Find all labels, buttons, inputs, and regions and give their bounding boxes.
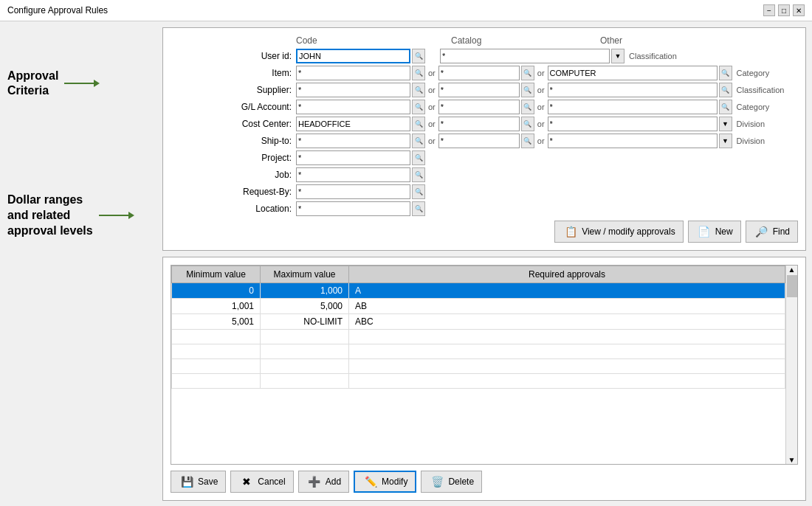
find-label: Find xyxy=(773,226,790,237)
shipto-code-input[interactable] xyxy=(296,134,410,148)
row1-max: 1,000 xyxy=(261,283,349,299)
requestby-code-search[interactable]: 🔍 xyxy=(412,184,425,199)
requestby-label: Request-By: xyxy=(171,187,296,197)
costcenter-catalog-search[interactable]: 🔍 xyxy=(521,117,534,131)
view-modify-btn[interactable]: 📋 View / modify approvals xyxy=(554,221,684,243)
costcenter-row: Cost Center: 🔍 or 🔍 or ▼ Division xyxy=(171,117,798,131)
glaccount-or2: or xyxy=(537,103,545,111)
delete-btn[interactable]: 🗑️ Delete xyxy=(421,471,482,493)
scroll-up-btn[interactable]: ▲ xyxy=(788,266,796,274)
save-icon: 💾 xyxy=(179,474,195,490)
glaccount-label: G/L Account: xyxy=(171,102,296,112)
item-other-search[interactable]: 🔍 xyxy=(719,66,732,80)
item-catalog-search[interactable]: 🔍 xyxy=(521,66,534,80)
costcenter-or: or xyxy=(428,119,436,128)
criteria-panel: Code Catalog Other User id: 🔍 ▼ Classifi… xyxy=(162,27,806,251)
main-content: Code Catalog Other User id: 🔍 ▼ Classifi… xyxy=(162,21,812,506)
table-row-empty xyxy=(172,330,785,344)
job-code-search[interactable]: 🔍 xyxy=(412,167,425,182)
table-row[interactable]: 1,001 5,000 AB xyxy=(172,299,785,314)
modify-label: Modify xyxy=(382,476,407,487)
glaccount-code-search[interactable]: 🔍 xyxy=(412,100,425,114)
userid-code-search[interactable]: 🔍 xyxy=(412,49,425,63)
requestby-code-input[interactable] xyxy=(296,184,410,199)
item-code-input[interactable] xyxy=(296,66,410,80)
location-code-search[interactable]: 🔍 xyxy=(412,201,425,216)
add-label: Add xyxy=(326,476,341,487)
glaccount-catalog-input[interactable] xyxy=(438,100,520,114)
view-modify-icon: 📋 xyxy=(562,223,579,240)
supplier-other-search[interactable]: 🔍 xyxy=(719,83,732,97)
row3-approvals: ABC xyxy=(349,314,785,330)
scrollbar[interactable]: ▲ ▼ xyxy=(785,266,797,464)
location-code-group: 🔍 xyxy=(296,201,425,216)
project-code-search[interactable]: 🔍 xyxy=(412,150,425,165)
project-row: Project: 🔍 xyxy=(171,150,798,165)
supplier-other-label: Classification xyxy=(737,86,785,94)
glaccount-catalog-search[interactable]: 🔍 xyxy=(521,100,534,114)
restore-btn[interactable]: □ xyxy=(778,4,790,16)
code-header: Code xyxy=(296,35,429,46)
cancel-btn[interactable]: ✖ Cancel xyxy=(230,471,293,493)
job-code-input[interactable] xyxy=(296,167,410,182)
add-btn[interactable]: ➕ Add xyxy=(298,471,349,493)
supplier-label: Supplier: xyxy=(171,85,296,95)
item-code-search[interactable]: 🔍 xyxy=(412,66,425,80)
shipto-catalog-input[interactable] xyxy=(438,134,520,148)
supplier-other-group: 🔍 Classification xyxy=(548,83,785,97)
criteria-headers: Code Catalog Other xyxy=(296,35,798,46)
costcenter-or2: or xyxy=(537,119,545,128)
userid-code-input[interactable] xyxy=(296,49,410,63)
glaccount-other-input[interactable] xyxy=(548,100,718,114)
requestby-row: Request-By: 🔍 xyxy=(171,184,798,199)
item-code-group: 🔍 xyxy=(296,66,425,80)
row2-min: 1,001 xyxy=(172,299,261,314)
supplier-catalog-search[interactable]: 🔍 xyxy=(521,83,534,97)
glaccount-other-search[interactable]: 🔍 xyxy=(719,100,732,114)
item-catalog-input[interactable] xyxy=(438,66,520,80)
costcenter-other-group: ▼ Division xyxy=(548,117,765,131)
item-other-input[interactable] xyxy=(548,66,718,80)
supplier-code-search[interactable]: 🔍 xyxy=(412,83,425,97)
costcenter-catalog-group: 🔍 xyxy=(438,117,534,131)
ranges-table: Minimum value Maximum value Required app… xyxy=(171,266,785,389)
find-btn[interactable]: 🔎 Find xyxy=(746,221,798,243)
costcenter-code-input[interactable] xyxy=(296,117,410,131)
glaccount-code-input[interactable] xyxy=(296,100,410,114)
shipto-catalog-search[interactable]: 🔍 xyxy=(521,134,534,148)
shipto-code-search[interactable]: 🔍 xyxy=(412,134,425,148)
costcenter-code-group: 🔍 xyxy=(296,117,425,131)
userid-other-input[interactable] xyxy=(440,49,610,63)
userid-other-dropdown[interactable]: ▼ xyxy=(611,49,625,63)
new-btn[interactable]: 📄 New xyxy=(688,221,741,243)
supplier-code-input[interactable] xyxy=(296,83,410,97)
costcenter-other-dropdown[interactable]: ▼ xyxy=(719,117,732,131)
costcenter-code-search[interactable]: 🔍 xyxy=(412,117,425,131)
table-row[interactable]: 5,001 NO-LIMIT ABC xyxy=(172,314,785,330)
supplier-catalog-input[interactable] xyxy=(438,83,520,97)
glaccount-other-group: 🔍 Category xyxy=(548,100,770,114)
dollar-ranges-label: Dollar rangesand relatedapproval levels xyxy=(7,193,155,238)
supplier-other-input[interactable] xyxy=(548,83,718,97)
save-btn[interactable]: 💾 Save xyxy=(171,471,226,493)
delete-label: Delete xyxy=(448,476,474,487)
window-title: Configure Approval Rules xyxy=(7,5,108,15)
project-code-group: 🔍 xyxy=(296,150,425,165)
modify-btn[interactable]: ✏️ Modify xyxy=(354,471,416,493)
shipto-other-dropdown[interactable]: ▼ xyxy=(719,134,732,148)
shipto-catalog-group: 🔍 xyxy=(438,134,534,148)
save-label: Save xyxy=(198,476,218,487)
costcenter-catalog-input[interactable] xyxy=(438,117,520,131)
costcenter-other-input[interactable] xyxy=(548,117,718,131)
table-row-empty xyxy=(172,344,785,359)
shipto-other-input[interactable] xyxy=(548,134,718,148)
minimize-btn[interactable]: − xyxy=(763,4,775,16)
close-btn[interactable]: ✕ xyxy=(793,4,805,16)
item-label: Item: xyxy=(171,68,296,78)
modify-icon: ✏️ xyxy=(362,474,379,490)
scroll-down-btn[interactable]: ▼ xyxy=(788,456,796,464)
location-code-input[interactable] xyxy=(296,201,410,216)
scroll-thumb[interactable] xyxy=(787,275,797,297)
table-row[interactable]: 0 1,000 A xyxy=(172,283,785,299)
project-code-input[interactable] xyxy=(296,150,410,165)
